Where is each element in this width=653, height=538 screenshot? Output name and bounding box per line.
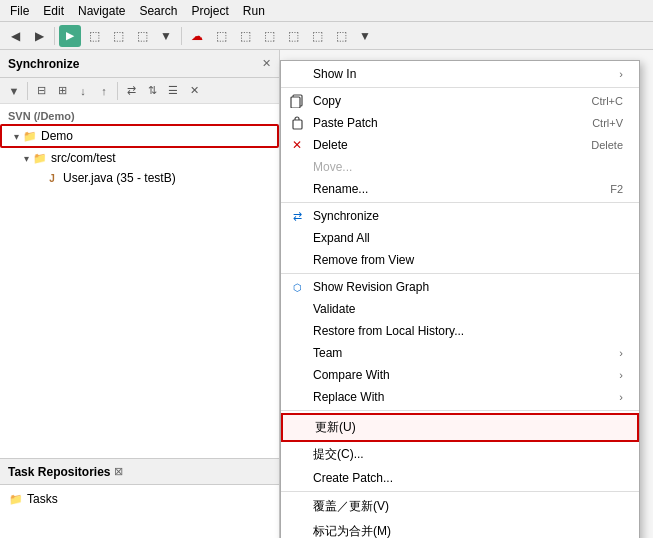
ctx-delete-label: Delete (313, 138, 348, 152)
toolbar-dropdown-2[interactable]: ▼ (354, 25, 376, 47)
toolbar-btn-8[interactable]: ⬚ (258, 25, 280, 47)
ctx-paste-patch[interactable]: Paste Patch Ctrl+V (281, 112, 639, 134)
ctx-remove-view[interactable]: Remove from View (281, 249, 639, 271)
ctx-copy[interactable]: Copy Ctrl+C (281, 90, 639, 112)
folder-src-icon: 📁 (32, 150, 48, 166)
menu-bar: File Edit Navigate Search Project Run (0, 0, 653, 22)
toggle-src[interactable]: ▾ (20, 152, 32, 164)
tree-item-userjava[interactable]: J User.java (35 - testB) (0, 168, 279, 188)
ctx-commit[interactable]: 提交(C)... (281, 442, 639, 467)
ctx-validate[interactable]: Validate (281, 298, 639, 320)
menu-navigate[interactable]: Navigate (72, 2, 131, 20)
toolbar-btn-7[interactable]: ⬚ (234, 25, 256, 47)
ctx-replace-with[interactable]: Replace With › (281, 386, 639, 408)
ctx-create-patch-label: Create Patch... (313, 471, 393, 485)
ctx-team[interactable]: Team › (281, 342, 639, 364)
panel-header: Synchronize ✕ (0, 50, 279, 78)
task-repo-header: Task Repositories ⊠ (0, 459, 279, 485)
tree-item-src[interactable]: ▾ 📁 src/com/test (0, 148, 279, 168)
svg-rect-2 (293, 120, 302, 129)
copy-icon (289, 94, 305, 108)
toggle-demo[interactable]: ▾ (10, 130, 22, 142)
ctx-rename[interactable]: Rename... F2 (281, 178, 639, 200)
toolbar-btn-9[interactable]: ⬚ (282, 25, 304, 47)
sep-2 (281, 202, 639, 203)
ctx-restore-history[interactable]: Restore from Local History... (281, 320, 639, 342)
panel-toolbar-dropdown[interactable]: ▼ (4, 81, 24, 101)
ctx-remove-view-label: Remove from View (313, 253, 414, 267)
ctx-overwrite-update[interactable]: 覆盖／更新(V) (281, 494, 639, 519)
tasks-label: Tasks (27, 492, 58, 506)
ctx-revision-graph[interactable]: ⬡ Show Revision Graph (281, 276, 639, 298)
sep-4 (281, 410, 639, 411)
sep-1 (281, 87, 639, 88)
menu-run[interactable]: Run (237, 2, 271, 20)
java-file-icon: J (44, 170, 60, 186)
ctx-restore-label: Restore from Local History... (313, 324, 464, 338)
toolbar-btn-5[interactable]: ☁ (186, 25, 208, 47)
toolbar-back-btn[interactable]: ◀ (4, 25, 26, 47)
menu-project[interactable]: Project (185, 2, 234, 20)
ctx-paste-label: Paste Patch (313, 116, 378, 130)
ctx-synchronize-label: Synchronize (313, 209, 379, 223)
ctx-update-label: 更新(U) (315, 419, 356, 436)
menu-edit[interactable]: Edit (37, 2, 70, 20)
delete-icon: ✕ (289, 138, 305, 152)
ctx-delete[interactable]: ✕ Delete Delete (281, 134, 639, 156)
src-label: src/com/test (51, 151, 116, 165)
ctx-overwrite-label: 覆盖／更新(V) (313, 498, 389, 515)
panel-close-panel-btn[interactable]: ✕ (184, 81, 204, 101)
ctx-move-label: Move... (313, 160, 352, 174)
panel-expand-btn[interactable]: ⊞ (52, 81, 72, 101)
panel-sync-btn[interactable]: ⇄ (121, 81, 141, 101)
toolbar-btn-4[interactable]: ⬚ (131, 25, 153, 47)
delete-shortcut: Delete (591, 139, 623, 151)
demo-label: Demo (41, 129, 73, 143)
ctx-mark-merge[interactable]: 标记为合并(M) (281, 519, 639, 538)
panel-close-icon[interactable]: ✕ (262, 57, 271, 70)
ctx-show-in[interactable]: Show In › (281, 63, 639, 85)
panel-down-btn[interactable]: ↓ (73, 81, 93, 101)
toolbar-btn-10[interactable]: ⬚ (306, 25, 328, 47)
folder-open-icon: 📁 (22, 128, 38, 144)
toolbar-btn-2[interactable]: ⬚ (83, 25, 105, 47)
context-menu: Show In › Copy Ctrl+C Paste Pa (280, 60, 640, 538)
ctx-create-patch[interactable]: Create Patch... (281, 467, 639, 489)
task-repositories-panel: Task Repositories ⊠ 📁 Tasks (0, 458, 280, 538)
paste-icon (289, 116, 305, 130)
toolbar-btn-11[interactable]: ⬚ (330, 25, 352, 47)
task-tree-area[interactable]: 📁 Tasks (0, 485, 279, 513)
toolbar-btn-1[interactable]: ▶ (59, 25, 81, 47)
ctx-team-label: Team (313, 346, 342, 360)
menu-file[interactable]: File (4, 2, 35, 20)
toolbar-forward-btn[interactable]: ▶ (28, 25, 50, 47)
panel-sep-1 (27, 82, 28, 100)
panel-collapse-btn[interactable]: ⊟ (31, 81, 51, 101)
toolbar-btn-6[interactable]: ⬚ (210, 25, 232, 47)
ctx-move[interactable]: Move... (281, 156, 639, 178)
panel-up-btn[interactable]: ↑ (94, 81, 114, 101)
panel-toolbar: ▼ ⊟ ⊞ ↓ ↑ ⇄ ⇅ ☰ ✕ (0, 78, 279, 104)
ctx-synchronize[interactable]: ⇄ Synchronize (281, 205, 639, 227)
team-arrow: › (619, 347, 623, 359)
userjava-label: User.java (35 - testB) (63, 171, 176, 185)
toolbar-btn-3[interactable]: ⬚ (107, 25, 129, 47)
ctx-compare-with[interactable]: Compare With › (281, 364, 639, 386)
tasks-item[interactable]: 📁 Tasks (4, 489, 275, 509)
rename-shortcut: F2 (610, 183, 623, 195)
panel-settings-btn[interactable]: ☰ (163, 81, 183, 101)
menu-search[interactable]: Search (133, 2, 183, 20)
toolbar-dropdown-1[interactable]: ▼ (155, 25, 177, 47)
panel-merge-btn[interactable]: ⇅ (142, 81, 162, 101)
sep-3 (281, 273, 639, 274)
ctx-show-in-label: Show In (313, 67, 356, 81)
ctx-expand-all[interactable]: Expand All (281, 227, 639, 249)
sep-5 (281, 491, 639, 492)
tree-item-demo[interactable]: ▾ 📁 Demo (0, 124, 279, 148)
ctx-update[interactable]: 更新(U) (281, 413, 639, 442)
task-repo-badge: ⊠ (114, 465, 123, 478)
ctx-compare-label: Compare With (313, 368, 390, 382)
ctx-validate-label: Validate (313, 302, 355, 316)
main-toolbar: ◀ ▶ ▶ ⬚ ⬚ ⬚ ▼ ☁ ⬚ ⬚ ⬚ ⬚ ⬚ ⬚ ▼ (0, 22, 653, 50)
ctx-expand-label: Expand All (313, 231, 370, 245)
